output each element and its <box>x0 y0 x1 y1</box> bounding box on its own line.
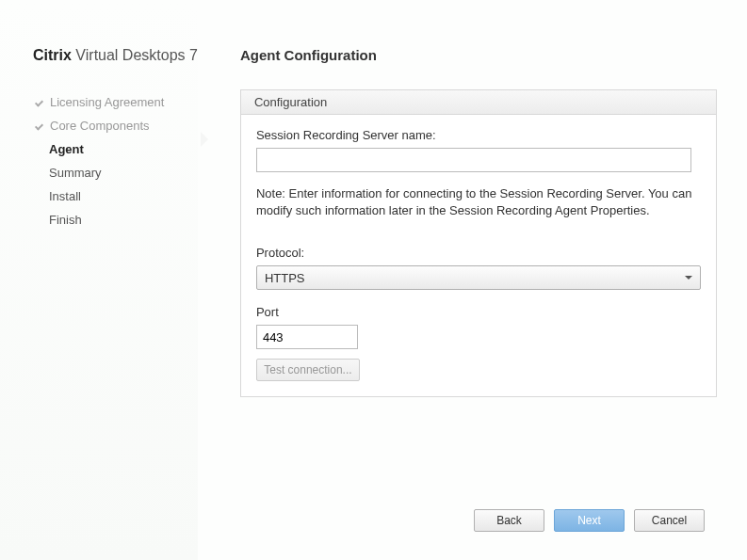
protocol-section: Protocol: HTTPS <box>256 246 701 290</box>
active-step-pointer <box>201 132 208 147</box>
cancel-button[interactable]: Cancel <box>634 509 705 532</box>
protocol-label: Protocol: <box>256 246 701 260</box>
port-section: Port <box>256 305 701 349</box>
server-name-label: Session Recording Server name: <box>256 128 701 142</box>
brand-title: Citrix Virtual Desktops 7 <box>33 47 198 64</box>
wizard-container: Citrix Virtual Desktops 7 Licensing Agre… <box>0 0 747 560</box>
protocol-value: HTTPS <box>265 271 305 285</box>
nav-label: Install <box>49 189 81 203</box>
config-panel: Configuration Session Recording Server n… <box>240 89 717 397</box>
brand-bold: Citrix <box>33 47 72 63</box>
panel-body: Session Recording Server name: Note: Ent… <box>241 115 716 396</box>
chevron-down-icon <box>685 276 692 280</box>
nav-item-core: Core Components <box>35 114 198 137</box>
nav-item-licensing: Licensing Agreement <box>35 90 198 114</box>
test-connection-button: Test connection... <box>256 359 360 381</box>
nav-label: Licensing Agreement <box>50 95 164 109</box>
button-bar: Back Next Cancel <box>474 509 705 532</box>
note-text: Note: Enter information for connecting t… <box>256 185 697 219</box>
back-button[interactable]: Back <box>474 509 544 532</box>
check-icon <box>35 97 46 108</box>
port-label: Port <box>256 305 701 319</box>
port-input[interactable] <box>256 325 358 349</box>
nav-item-summary: Summary <box>35 161 198 184</box>
page-title: Agent Configuration <box>240 47 717 63</box>
nav-item-install: Install <box>35 184 198 208</box>
nav-list: Licensing Agreement Core Components Agen… <box>33 90 198 232</box>
main-content: Agent Configuration Configuration Sessio… <box>198 0 747 560</box>
server-name-input[interactable] <box>256 148 691 172</box>
nav-label: Summary <box>49 166 102 180</box>
brand-light: Virtual Desktops 7 <box>75 47 198 63</box>
nav-item-finish: Finish <box>35 208 198 232</box>
check-icon <box>35 120 46 132</box>
nav-label: Finish <box>49 213 82 227</box>
nav-item-agent: Agent <box>35 137 198 161</box>
nav-label: Core Components <box>50 119 150 133</box>
protocol-dropdown[interactable]: HTTPS <box>256 265 701 290</box>
sidebar: Citrix Virtual Desktops 7 Licensing Agre… <box>0 0 198 560</box>
nav-label: Agent <box>49 142 84 156</box>
panel-header: Configuration <box>241 90 716 115</box>
next-button[interactable]: Next <box>554 509 625 532</box>
